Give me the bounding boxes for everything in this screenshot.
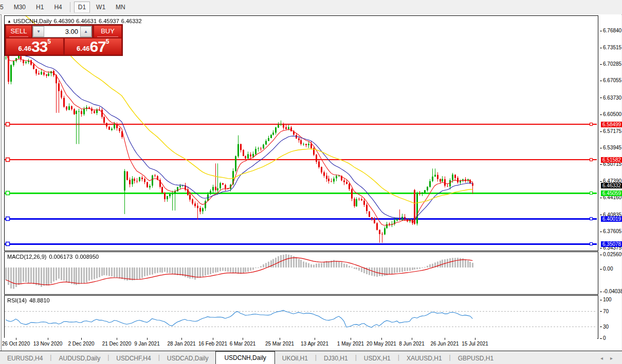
date-label: 15 Jul 2021 bbox=[462, 341, 488, 347]
chart-tab-usdx-h1[interactable]: USDX,H1 bbox=[357, 353, 398, 364]
level-price-badge: 6.51582 bbox=[601, 157, 622, 163]
buy-price-big: 67 bbox=[89, 40, 105, 54]
chart-tab-usdcad-daily[interactable]: USDCAD,Daily bbox=[160, 353, 216, 364]
chart-workspace: ▲USDCNH,Daily6.463906.466316.459376.4633… bbox=[1, 14, 621, 351]
chart-tab-audusd-daily[interactable]: AUDUSD,Daily bbox=[51, 353, 107, 364]
level-price-badge: 6.35078 bbox=[601, 241, 622, 247]
date-label: 28 Jan 2021 bbox=[167, 341, 195, 347]
sell-price-display[interactable]: 6.46335 bbox=[6, 39, 63, 54]
price-tick-label: 6.57175 bbox=[600, 128, 621, 134]
macd-tick-label: -0.040386 bbox=[600, 289, 622, 294]
macd-signal-value: 0.008950 bbox=[75, 254, 99, 260]
current-price-badge: 6.46332 bbox=[601, 183, 622, 188]
rsi-tick-label: 0 bbox=[600, 335, 606, 341]
date-label: 13 Nov 2020 bbox=[33, 341, 63, 347]
timeframe-button-w1[interactable]: W1 bbox=[92, 2, 109, 13]
one-click-trade-widget: SELL ▼ ▲ BUY 6.46335 6.46675 bbox=[5, 24, 123, 56]
buy-price-small: 6.46 bbox=[77, 44, 89, 54]
date-tick bbox=[280, 338, 280, 340]
date-label: 13 Apr 2021 bbox=[301, 341, 328, 347]
ohlc-close: 6.46332 bbox=[121, 18, 142, 24]
collapse-triangle-icon[interactable]: ▲ bbox=[7, 19, 11, 24]
trading-app-window: 5M30H1H4D1W1MN ▲USDCNH,Daily6.463906.466… bbox=[0, 0, 622, 364]
chart-tab-usdchf-h4[interactable]: USDCHF,H4 bbox=[109, 353, 158, 364]
price-axis: 6.768406.735156.702856.670556.637306.605… bbox=[598, 15, 621, 339]
buy-button[interactable]: BUY bbox=[94, 26, 121, 37]
date-label: 9 Jan 2021 bbox=[134, 341, 160, 347]
level-price-badge: 6.40019 bbox=[601, 216, 622, 222]
buy-price-sup: 5 bbox=[106, 39, 109, 45]
rsi-label: RSI(14)48.8810 bbox=[7, 297, 52, 303]
level-price-badge: 6.58499 bbox=[601, 122, 622, 127]
price-tick-label: 6.60500 bbox=[600, 111, 621, 117]
price-tick-label: 6.67055 bbox=[600, 78, 621, 83]
volume-decrease-button[interactable]: ▼ bbox=[33, 26, 44, 37]
tab-scroll-right-icon[interactable]: ▸ bbox=[610, 355, 613, 361]
date-label: 16 Feb 2021 bbox=[198, 341, 227, 347]
date-label: 2 Dec 2020 bbox=[68, 341, 94, 347]
macd-name: MACD(12,26,9) bbox=[7, 254, 46, 260]
price-tick-label: 6.37605 bbox=[600, 228, 621, 234]
chart-tab-eurusd-h4[interactable]: EURUSD,H4 bbox=[0, 353, 50, 364]
rsi-tick-label: 100 bbox=[600, 297, 612, 302]
date-tick bbox=[315, 338, 315, 340]
buy-price-display[interactable]: 6.46675 bbox=[65, 39, 122, 54]
ohlc-open: 6.46390 bbox=[53, 18, 74, 24]
ohlc-high: 6.46631 bbox=[76, 18, 97, 24]
date-tick bbox=[48, 338, 48, 340]
macd-indicator-panel: MACD(12,26,9)0.0061730.008950 bbox=[4, 252, 598, 295]
macd-main-value: 0.006173 bbox=[49, 254, 72, 260]
price-tick-label: 6.76840 bbox=[600, 28, 621, 33]
chart-tab-dj30-h1[interactable]: DJ30,H1 bbox=[317, 353, 355, 364]
date-tick bbox=[351, 338, 351, 340]
rsi-canvas[interactable] bbox=[5, 296, 597, 337]
chart-tab-gbpusd-h1[interactable]: GBPUSD,H1 bbox=[451, 353, 501, 364]
date-label: 6 Mar 2021 bbox=[230, 341, 256, 347]
volume-increase-button[interactable]: ▲ bbox=[80, 26, 92, 37]
date-tick bbox=[81, 338, 82, 340]
sell-price-big: 33 bbox=[31, 40, 47, 54]
rsi-name: RSI(14) bbox=[7, 297, 27, 303]
timeframe-button-h4[interactable]: H4 bbox=[50, 2, 66, 13]
sell-button[interactable]: SELL bbox=[6, 26, 31, 37]
timeframe-toolbar: 5M30H1H4D1W1MN bbox=[0, 0, 622, 15]
volume-stepper: ▼ ▲ bbox=[32, 26, 92, 37]
chart-tab-ukoil-h1[interactable]: UKOil,H1 bbox=[275, 353, 315, 364]
ohlc-low: 6.45937 bbox=[99, 18, 119, 24]
sell-price-small: 6.46 bbox=[19, 44, 31, 54]
chart-tab-xauusd-h1[interactable]: XAUUSD,H1 bbox=[399, 353, 449, 364]
timeframe-button-h1[interactable]: H1 bbox=[32, 2, 48, 13]
chart-symbol-label: USDCNH,Daily bbox=[13, 18, 52, 24]
date-tick bbox=[412, 338, 412, 340]
timeframe-button-5[interactable]: 5 bbox=[0, 2, 8, 13]
chart-tab-bar: EURUSD,H4|AUDUSD,Daily|USDCHF,H4|USDCAD,… bbox=[0, 351, 622, 364]
price-tick-label: 6.73515 bbox=[600, 45, 621, 50]
date-tick bbox=[243, 338, 243, 340]
date-label: 20 May 2021 bbox=[367, 341, 396, 347]
timeframe-button-d1[interactable]: D1 bbox=[74, 2, 90, 13]
timeframe-button-m30[interactable]: M30 bbox=[10, 2, 30, 13]
timeframe-button-mn[interactable]: MN bbox=[112, 2, 130, 13]
price-tick-label: 6.53945 bbox=[600, 145, 621, 150]
date-tick bbox=[117, 338, 117, 340]
toolbar-separator bbox=[70, 2, 70, 12]
date-label: 25 Mar 2021 bbox=[265, 341, 294, 347]
chart-header: ▲USDCNH,Daily6.463906.466316.459376.4633… bbox=[7, 18, 144, 24]
price-tick-label: 6.63730 bbox=[600, 95, 621, 101]
tab-scroll-left-icon[interactable]: ◂ bbox=[600, 355, 603, 361]
volume-input[interactable] bbox=[44, 26, 80, 37]
date-tick bbox=[213, 338, 213, 340]
date-tick bbox=[147, 338, 148, 340]
date-label: 26 Jun 2021 bbox=[430, 341, 459, 347]
time-axis: 26 Oct 202013 Nov 20202 Dec 202021 Dec 2… bbox=[4, 338, 597, 351]
chart-tab-usdcnh-daily[interactable]: USDCNH,Daily bbox=[215, 351, 275, 364]
sell-price-sup: 5 bbox=[47, 39, 51, 45]
date-tick bbox=[381, 338, 382, 340]
rsi-value: 48.8810 bbox=[29, 297, 50, 303]
date-label: 1 May 2021 bbox=[337, 341, 364, 347]
price-chart-panel: ▲USDCNH,Daily6.463906.466316.459376.4633… bbox=[4, 15, 598, 251]
rsi-indicator-panel: RSI(14)48.8810 bbox=[4, 295, 598, 339]
tab-scroll-arrows: ◂▸ bbox=[600, 355, 613, 361]
date-tick bbox=[16, 338, 16, 340]
date-tick bbox=[181, 338, 182, 340]
